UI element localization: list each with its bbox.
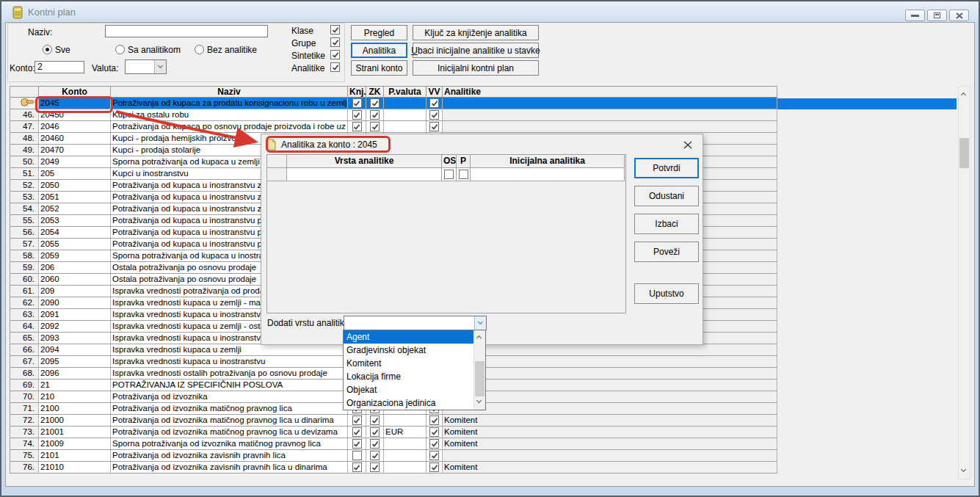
vertical-scrollbar[interactable] <box>958 86 970 479</box>
table-row[interactable]: 46.20450Kupci za ostalu robu <box>10 109 777 121</box>
knj-cell[interactable] <box>348 438 366 450</box>
analitike-checkbox[interactable] <box>330 62 340 72</box>
dropdown-item[interactable]: Objekat <box>344 383 473 396</box>
checkbox[interactable] <box>370 416 380 425</box>
checkbox[interactable] <box>370 110 380 120</box>
konto-cell[interactable]: 2094 <box>39 344 111 356</box>
pvaluta-cell[interactable] <box>384 121 427 133</box>
checkbox[interactable] <box>352 416 362 425</box>
zk-cell[interactable] <box>366 450 384 462</box>
analitike-cell[interactable] <box>443 380 777 391</box>
analitike-cell[interactable] <box>443 403 777 415</box>
checkbox[interactable] <box>429 451 439 460</box>
naziv-cell[interactable]: Ispravka vrednosti kupaca u zemlji <box>111 344 348 356</box>
konto-cell[interactable]: 2052 <box>39 203 111 215</box>
pvaluta-cell[interactable] <box>384 98 427 109</box>
zk-cell[interactable] <box>366 415 384 427</box>
dropdown-item[interactable]: Organizaciona jedinica <box>344 396 473 410</box>
dropdown-item[interactable]: Komitent <box>344 357 473 370</box>
konto-cell[interactable]: 2093 <box>39 333 111 344</box>
pvaluta-cell[interactable] <box>384 438 427 450</box>
konto-cell[interactable]: 2092 <box>39 321 111 333</box>
radio-sa-analitikom[interactable] <box>115 45 125 54</box>
konto-cell[interactable]: 2100 <box>39 403 111 415</box>
potvrdi-button[interactable]: Potvrdi <box>634 158 699 178</box>
radio-sve[interactable] <box>43 45 52 54</box>
analitike-cell[interactable] <box>443 368 777 380</box>
sintetike-checkbox[interactable] <box>330 50 340 59</box>
povezi-button[interactable]: Poveži <box>634 242 699 262</box>
checkbox[interactable] <box>370 451 380 460</box>
konto-cell[interactable]: 20460 <box>39 133 111 145</box>
konto-cell[interactable]: 2054 <box>39 227 111 239</box>
scroll-up-icon[interactable] <box>961 92 966 98</box>
dropdown-item[interactable]: Agent <box>344 330 473 344</box>
pvaluta-cell[interactable]: EUR <box>384 427 427 438</box>
checkbox[interactable] <box>429 110 439 120</box>
checkbox[interactable] <box>429 427 439 437</box>
naziv-cell[interactable]: Potraživanja od kupaca za prodatu konsig… <box>111 98 348 109</box>
knj-cell[interactable] <box>348 98 366 109</box>
checkbox[interactable] <box>429 98 439 108</box>
checkbox[interactable] <box>370 427 380 437</box>
table-row[interactable]: 76.21010Potraživanja od izvoznika zavisn… <box>10 462 777 474</box>
table-row[interactable]: 75.2101Potraživanja od izvoznika zavisni… <box>10 450 777 462</box>
dropdown-item[interactable]: Gradjevinski objekat <box>344 344 473 357</box>
naziv-cell[interactable]: Potraživanja od izvoznika matičnog pravn… <box>111 427 348 438</box>
konto-cell[interactable]: 2049 <box>39 156 111 168</box>
zk-cell[interactable] <box>366 438 384 450</box>
ubaci-inicijalne-button[interactable]: Ubaci inicijalne analitike u stavke <box>413 43 539 58</box>
checkbox[interactable] <box>370 439 380 449</box>
pvaluta-cell[interactable] <box>384 462 427 474</box>
vv-cell[interactable] <box>427 462 443 474</box>
izbaci-button[interactable]: Izbaci <box>634 214 699 234</box>
vv-cell[interactable] <box>427 438 443 450</box>
konto-cell[interactable]: 21000 <box>39 415 111 427</box>
scroll-down-icon[interactable] <box>476 398 482 403</box>
naziv-cell[interactable]: Potraživanja od izvoznika zavisnih pravn… <box>111 450 348 462</box>
konto-cell[interactable]: 2095 <box>39 356 111 368</box>
close-button[interactable] <box>949 10 969 21</box>
knj-cell[interactable] <box>348 121 366 133</box>
analitike-cell[interactable]: Komitent <box>443 438 777 450</box>
checkbox[interactable] <box>370 122 380 131</box>
header-analitike[interactable]: Analitike <box>443 86 777 98</box>
konto-cell[interactable]: 2101 <box>39 450 111 462</box>
analitike-cell[interactable] <box>443 98 777 109</box>
naziv-cell[interactable]: Kupci za ostalu robu <box>111 109 348 121</box>
konto-cell[interactable]: 2060 <box>39 274 111 286</box>
zk-cell[interactable] <box>366 121 384 133</box>
p-checkbox[interactable] <box>459 170 468 179</box>
os-checkbox[interactable] <box>444 170 454 179</box>
scroll-down-icon[interactable] <box>961 467 966 472</box>
knj-cell[interactable] <box>348 427 366 438</box>
analitike-cell[interactable] <box>443 391 777 403</box>
checkbox[interactable] <box>352 427 362 437</box>
inicijalna-analitika-cell[interactable] <box>471 168 625 181</box>
knj-cell[interactable] <box>348 415 366 427</box>
konto-cell[interactable]: 206 <box>39 262 111 274</box>
naziv-cell[interactable]: Sporna potraživanja od izvoznika matično… <box>111 438 348 450</box>
vv-cell[interactable] <box>427 427 443 438</box>
konto-cell[interactable]: 2090 <box>39 297 111 309</box>
pregled-button[interactable]: Pregled <box>351 25 407 40</box>
konto-cell[interactable]: 21 <box>39 380 111 391</box>
table-row[interactable]: 47.2046Potraživanja od kupaca po osnovu … <box>10 121 777 133</box>
header-zk[interactable]: ZK <box>366 86 384 98</box>
table-row[interactable]: 73.21001Potraživanja od izvoznika matičn… <box>10 427 777 438</box>
dropdown-scrollbar-thumb[interactable] <box>475 361 484 396</box>
konto-cell[interactable]: 2055 <box>39 239 111 250</box>
konto-cell[interactable]: 2045 <box>39 98 111 109</box>
naziv-input[interactable] <box>105 25 268 37</box>
konto-cell[interactable]: 2046 <box>39 121 111 133</box>
strani-konto-button[interactable]: Strani konto <box>351 60 407 76</box>
naziv-cell[interactable]: Potraživanja od izvoznika matičnog pravn… <box>111 415 348 427</box>
inicijalni-kontni-plan-button[interactable]: Inicijalni kontni plan <box>413 60 539 76</box>
analitika-button[interactable]: Analitika <box>351 43 407 58</box>
checkbox[interactable] <box>370 462 380 472</box>
checkbox[interactable] <box>429 122 439 131</box>
analitike-cell[interactable] <box>443 450 777 462</box>
header-pvaluta[interactable]: P.valuta <box>384 86 427 98</box>
pvaluta-cell[interactable] <box>384 450 427 462</box>
vv-cell[interactable] <box>427 415 443 427</box>
